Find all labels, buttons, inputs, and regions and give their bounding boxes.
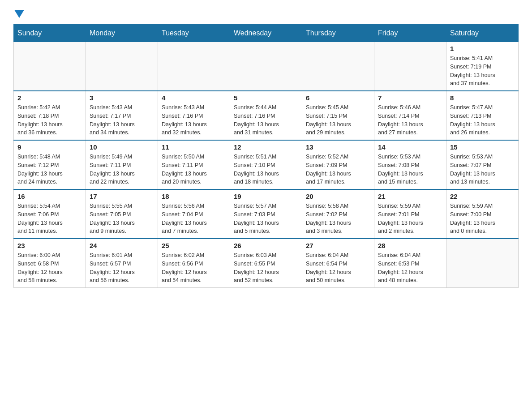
- day-number: 9: [17, 143, 82, 151]
- weekday-header-thursday: Thursday: [302, 25, 374, 42]
- calendar-cell: 15Sunrise: 5:53 AM Sunset: 7:07 PM Dayli…: [446, 140, 519, 189]
- day-number: 18: [162, 193, 226, 200]
- weekday-header-friday: Friday: [374, 25, 446, 42]
- logo-arrow-icon: [14, 10, 24, 18]
- calendar-cell: 14Sunrise: 5:53 AM Sunset: 7:08 PM Dayli…: [374, 140, 446, 189]
- day-number: 8: [450, 94, 515, 102]
- day-number: 28: [378, 242, 442, 249]
- calendar-cell: 1Sunrise: 5:41 AM Sunset: 7:19 PM Daylig…: [446, 42, 519, 91]
- calendar-cell: 11Sunrise: 5:50 AM Sunset: 7:11 PM Dayli…: [158, 140, 230, 189]
- day-info: Sunrise: 5:55 AM Sunset: 7:05 PM Dayligh…: [90, 202, 154, 235]
- calendar-cell: 26Sunrise: 6:03 AM Sunset: 6:55 PM Dayli…: [230, 239, 302, 288]
- page-header: [13, 9, 519, 20]
- day-number: 12: [234, 143, 298, 151]
- svg-marker-0: [14, 10, 24, 18]
- day-number: 19: [234, 193, 298, 200]
- day-info: Sunrise: 6:01 AM Sunset: 6:57 PM Dayligh…: [90, 251, 154, 285]
- day-info: Sunrise: 6:04 AM Sunset: 6:53 PM Dayligh…: [378, 251, 442, 285]
- day-info: Sunrise: 5:54 AM Sunset: 7:06 PM Dayligh…: [17, 202, 82, 235]
- calendar-week-row: 23Sunrise: 6:00 AM Sunset: 6:58 PM Dayli…: [14, 239, 519, 288]
- day-number: 22: [450, 193, 515, 200]
- calendar-cell: [14, 42, 86, 91]
- day-number: 6: [306, 94, 370, 102]
- calendar-cell: 24Sunrise: 6:01 AM Sunset: 6:57 PM Dayli…: [86, 239, 158, 288]
- calendar-cell: 9Sunrise: 5:48 AM Sunset: 7:12 PM Daylig…: [14, 140, 86, 189]
- day-info: Sunrise: 5:52 AM Sunset: 7:09 PM Dayligh…: [306, 153, 370, 186]
- day-info: Sunrise: 5:44 AM Sunset: 7:16 PM Dayligh…: [234, 103, 298, 137]
- day-info: Sunrise: 6:02 AM Sunset: 6:56 PM Dayligh…: [162, 251, 226, 285]
- calendar-cell: [374, 42, 446, 91]
- calendar-week-row: 16Sunrise: 5:54 AM Sunset: 7:06 PM Dayli…: [14, 189, 519, 239]
- day-info: Sunrise: 5:43 AM Sunset: 7:17 PM Dayligh…: [90, 103, 154, 137]
- calendar-cell: [230, 42, 302, 91]
- weekday-header-tuesday: Tuesday: [158, 25, 230, 42]
- day-number: 20: [306, 193, 370, 200]
- day-info: Sunrise: 5:45 AM Sunset: 7:15 PM Dayligh…: [306, 103, 370, 137]
- day-number: 13: [306, 143, 370, 151]
- day-number: 14: [378, 143, 442, 151]
- calendar-cell: [302, 42, 374, 91]
- calendar-cell: 18Sunrise: 5:56 AM Sunset: 7:04 PM Dayli…: [158, 189, 230, 239]
- calendar-cell: 3Sunrise: 5:43 AM Sunset: 7:17 PM Daylig…: [86, 91, 158, 140]
- calendar-cell: 21Sunrise: 5:59 AM Sunset: 7:01 PM Dayli…: [374, 189, 446, 239]
- logo: [13, 9, 24, 20]
- calendar-cell: 7Sunrise: 5:46 AM Sunset: 7:14 PM Daylig…: [374, 91, 446, 140]
- calendar-cell: 2Sunrise: 5:42 AM Sunset: 7:18 PM Daylig…: [14, 91, 86, 140]
- day-info: Sunrise: 5:49 AM Sunset: 7:11 PM Dayligh…: [90, 153, 154, 186]
- calendar-week-row: 9Sunrise: 5:48 AM Sunset: 7:12 PM Daylig…: [14, 140, 519, 189]
- calendar-cell: 20Sunrise: 5:58 AM Sunset: 7:02 PM Dayli…: [302, 189, 374, 239]
- calendar-cell: 5Sunrise: 5:44 AM Sunset: 7:16 PM Daylig…: [230, 91, 302, 140]
- calendar-cell: 17Sunrise: 5:55 AM Sunset: 7:05 PM Dayli…: [86, 189, 158, 239]
- day-info: Sunrise: 5:58 AM Sunset: 7:02 PM Dayligh…: [306, 202, 370, 235]
- day-info: Sunrise: 6:03 AM Sunset: 6:55 PM Dayligh…: [234, 251, 298, 285]
- day-info: Sunrise: 5:43 AM Sunset: 7:16 PM Dayligh…: [162, 103, 226, 137]
- calendar-cell: 27Sunrise: 6:04 AM Sunset: 6:54 PM Dayli…: [302, 239, 374, 288]
- day-number: 5: [234, 94, 298, 102]
- day-number: 7: [378, 94, 442, 102]
- calendar-cell: 12Sunrise: 5:51 AM Sunset: 7:10 PM Dayli…: [230, 140, 302, 189]
- calendar-cell: [158, 42, 230, 91]
- day-number: 16: [17, 193, 82, 200]
- day-info: Sunrise: 5:53 AM Sunset: 7:08 PM Dayligh…: [378, 153, 442, 186]
- calendar-cell: 4Sunrise: 5:43 AM Sunset: 7:16 PM Daylig…: [158, 91, 230, 140]
- calendar-cell: 19Sunrise: 5:57 AM Sunset: 7:03 PM Dayli…: [230, 189, 302, 239]
- weekday-header-saturday: Saturday: [446, 25, 519, 42]
- day-number: 3: [90, 94, 154, 102]
- day-number: 15: [450, 143, 515, 151]
- day-number: 17: [90, 193, 154, 200]
- day-number: 1: [450, 45, 515, 52]
- calendar-cell: 10Sunrise: 5:49 AM Sunset: 7:11 PM Dayli…: [86, 140, 158, 189]
- day-info: Sunrise: 5:47 AM Sunset: 7:13 PM Dayligh…: [450, 103, 515, 137]
- day-number: 21: [378, 193, 442, 200]
- day-number: 27: [306, 242, 370, 249]
- calendar-cell: 25Sunrise: 6:02 AM Sunset: 6:56 PM Dayli…: [158, 239, 230, 288]
- calendar-table: SundayMondayTuesdayWednesdayThursdayFrid…: [13, 24, 519, 288]
- day-info: Sunrise: 6:00 AM Sunset: 6:58 PM Dayligh…: [17, 251, 82, 285]
- day-info: Sunrise: 5:51 AM Sunset: 7:10 PM Dayligh…: [234, 153, 298, 186]
- day-info: Sunrise: 5:46 AM Sunset: 7:14 PM Dayligh…: [378, 103, 442, 137]
- day-info: Sunrise: 5:57 AM Sunset: 7:03 PM Dayligh…: [234, 202, 298, 235]
- day-number: 23: [17, 242, 82, 249]
- day-info: Sunrise: 5:59 AM Sunset: 7:01 PM Dayligh…: [378, 202, 442, 235]
- calendar-cell: 22Sunrise: 5:59 AM Sunset: 7:00 PM Dayli…: [446, 189, 519, 239]
- day-info: Sunrise: 5:41 AM Sunset: 7:19 PM Dayligh…: [450, 54, 515, 88]
- calendar-cell: 13Sunrise: 5:52 AM Sunset: 7:09 PM Dayli…: [302, 140, 374, 189]
- calendar-cell: [446, 239, 519, 288]
- calendar-cell: 6Sunrise: 5:45 AM Sunset: 7:15 PM Daylig…: [302, 91, 374, 140]
- weekday-header-wednesday: Wednesday: [230, 25, 302, 42]
- day-info: Sunrise: 5:48 AM Sunset: 7:12 PM Dayligh…: [17, 153, 82, 186]
- calendar-cell: 28Sunrise: 6:04 AM Sunset: 6:53 PM Dayli…: [374, 239, 446, 288]
- day-number: 11: [162, 143, 226, 151]
- day-number: 10: [90, 143, 154, 151]
- day-number: 25: [162, 242, 226, 249]
- day-info: Sunrise: 5:59 AM Sunset: 7:00 PM Dayligh…: [450, 202, 515, 235]
- calendar-week-row: 2Sunrise: 5:42 AM Sunset: 7:18 PM Daylig…: [14, 91, 519, 140]
- calendar-cell: [86, 42, 158, 91]
- day-info: Sunrise: 5:53 AM Sunset: 7:07 PM Dayligh…: [450, 153, 515, 186]
- day-info: Sunrise: 5:56 AM Sunset: 7:04 PM Dayligh…: [162, 202, 226, 235]
- day-info: Sunrise: 5:42 AM Sunset: 7:18 PM Dayligh…: [17, 103, 82, 137]
- weekday-header-sunday: Sunday: [14, 25, 86, 42]
- calendar-cell: 23Sunrise: 6:00 AM Sunset: 6:58 PM Dayli…: [14, 239, 86, 288]
- weekday-header-monday: Monday: [86, 25, 158, 42]
- day-info: Sunrise: 6:04 AM Sunset: 6:54 PM Dayligh…: [306, 251, 370, 285]
